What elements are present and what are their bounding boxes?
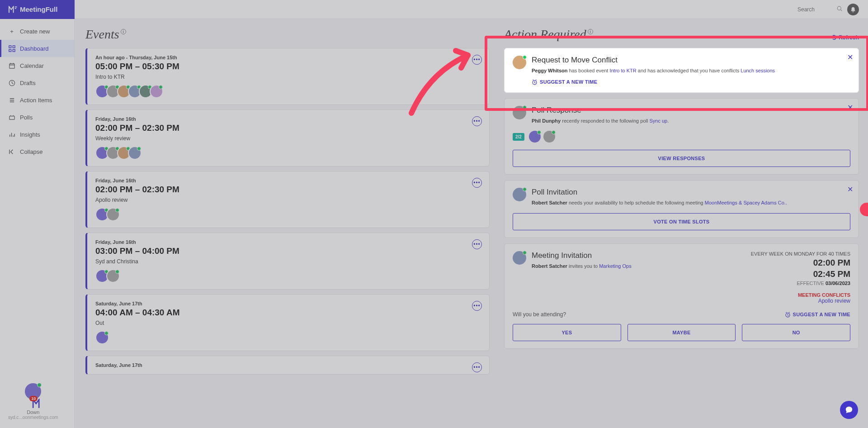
logo[interactable]: MeetingFull (0, 0, 75, 19)
suggest-time-button[interactable]: SUGGEST A NEW TIME (532, 79, 850, 85)
action-card-conflict: ✕ Request to Move Conflict Peggy Whitson… (504, 48, 859, 93)
info-icon[interactable]: i (121, 29, 126, 34)
suggest-label: SUGGEST A NEW TIME (793, 312, 850, 317)
sidebar: + Create new Dashboard Calendar Drafts A… (0, 19, 75, 428)
avatar (528, 130, 542, 143)
event-card[interactable]: ••• Friday, June 16th 02:00 PM – 02:30 P… (85, 171, 490, 228)
action-card-poll-response: ✕ Poll Response Phil Dunphy recently res… (504, 98, 859, 175)
header-right (794, 4, 859, 15)
event-card[interactable]: ••• Friday, June 16th 02:00 PM – 02:30 P… (85, 109, 490, 166)
card-description: Robert Satcher needs your availability t… (532, 199, 850, 207)
close-icon[interactable]: ✕ (847, 185, 853, 194)
app-header: MeetingFull (0, 0, 868, 19)
maybe-button[interactable]: MAYBE (627, 324, 736, 341)
sidebar-label: Dashboard (20, 45, 49, 52)
poll-link[interactable]: Sync up (649, 118, 667, 124)
event-card[interactable]: ••• Saturday, June 17th 04:00 AM – 04:30… (85, 294, 490, 351)
actions-column: Action Requiredi Refresh ✕ Request to Mo… (495, 19, 868, 428)
event-date: An hour ago - Thursday, June 15th (95, 55, 481, 60)
info-icon[interactable]: i (588, 29, 593, 34)
event-card[interactable]: ••• Friday, June 16th 03:00 PM – 04:00 P… (85, 233, 490, 290)
event-title: Syd and Christina (95, 258, 481, 265)
alarm-icon (785, 312, 791, 318)
collapse-icon (8, 148, 15, 155)
avatar (95, 331, 109, 344)
attendee-avatars (95, 208, 481, 221)
event-date: Friday, June 16th (95, 116, 481, 122)
vote-button[interactable]: VOTE ON TIME SLOTS (513, 213, 850, 230)
create-new-button[interactable]: + Create new (0, 23, 74, 40)
svg-rect-5 (9, 63, 14, 68)
sidebar-item-calendar[interactable]: Calendar (0, 57, 74, 74)
sidebar-label: Calendar (20, 62, 44, 69)
sidebar-label: Action Items (20, 97, 52, 104)
attending-prompt: Will you be attending? (513, 311, 566, 318)
user-email: syd.c...oonmeetings.com (8, 415, 58, 420)
event-time: 05:00 PM – 05:30 PM (95, 62, 481, 71)
polls-icon (8, 114, 15, 121)
sidebar-item-dashboard[interactable]: Dashboard (0, 40, 74, 57)
card-title: Meeting Invitation (532, 251, 632, 260)
event-card[interactable]: ••• An hour ago - Thursday, June 15th 05… (85, 48, 490, 105)
sidebar-item-drafts[interactable]: Drafts (0, 74, 74, 91)
event-card[interactable]: ••• Saturday, June 17th (85, 356, 490, 375)
event-link[interactable]: Intro to KTR (609, 68, 636, 73)
view-responses-button[interactable]: VIEW RESPONSES (513, 150, 850, 167)
sidebar-label: Collapse (20, 148, 43, 155)
card-title: Poll Invitation (532, 188, 850, 197)
avatar (513, 56, 526, 69)
attendee-avatars (95, 146, 481, 160)
event-date: Friday, June 16th (95, 178, 481, 183)
end-time: 02:45 PM (751, 269, 850, 280)
notifications-button[interactable] (847, 4, 859, 15)
attendee-avatars (95, 269, 481, 283)
sidebar-label: Insights (20, 131, 40, 138)
app-name: MeetingFull (20, 5, 57, 13)
alarm-icon (532, 79, 538, 85)
avatar (150, 85, 163, 98)
action-card-poll-invitation: ✕ Poll Invitation Robert Satcher needs y… (504, 180, 859, 238)
chat-button[interactable] (840, 401, 858, 419)
effective-date: EFFECTIVE 03/06/2023 (751, 281, 850, 286)
suggest-time-button[interactable]: SUGGEST A NEW TIME (785, 312, 850, 318)
chat-icon (845, 406, 853, 414)
sidebar-item-insights[interactable]: Insights (0, 126, 74, 143)
yes-button[interactable]: YES (513, 324, 621, 341)
event-more-button[interactable]: ••• (472, 362, 482, 372)
calendar-icon (8, 62, 15, 69)
svg-rect-3 (9, 49, 11, 52)
meeting-link[interactable]: MoonMeetings & Spacey Adams Co.. (705, 200, 787, 205)
no-button[interactable]: NO (742, 324, 850, 341)
avatar (106, 269, 120, 283)
conflict-event-link[interactable]: Apollo review (818, 298, 850, 304)
search-icon[interactable] (837, 6, 843, 13)
event-more-button[interactable]: ••• (472, 116, 482, 126)
event-more-button[interactable]: ••• (472, 55, 482, 65)
current-user-widget[interactable]: 10 Down syd.c...oonmeetings.com (8, 383, 58, 420)
logo-icon (8, 6, 17, 13)
sidebar-item-action-items[interactable]: Action Items (0, 91, 74, 109)
start-time: 02:00 PM (751, 257, 850, 268)
svg-rect-7 (9, 116, 14, 119)
card-description: Robert Satcher invites you to Marketing … (532, 262, 632, 270)
event-more-button[interactable]: ••• (472, 239, 482, 249)
event-title: Apollo review (95, 197, 481, 203)
card-title: Request to Move Conflict (532, 56, 850, 65)
sidebar-label: Drafts (20, 80, 36, 86)
event-more-button[interactable]: ••• (472, 301, 482, 311)
create-label: Create new (20, 28, 50, 35)
sidebar-item-polls[interactable]: Polls (0, 109, 74, 126)
refresh-button[interactable]: Refresh (831, 34, 859, 41)
plus-icon: + (8, 28, 15, 35)
search-input[interactable] (794, 4, 832, 15)
recurrence-label: EVERY WEEK ON MONDAY FOR 40 TIMES (751, 251, 850, 257)
conflict-link[interactable]: Lunch sessions (741, 68, 775, 73)
event-more-button[interactable]: ••• (472, 178, 482, 188)
meeting-link[interactable]: Marketing Ops (599, 263, 632, 269)
response-badge: 2/2 (513, 133, 524, 141)
close-icon[interactable]: ✕ (847, 103, 853, 112)
close-icon[interactable]: ✕ (847, 53, 853, 62)
suggest-label: SUGGEST A NEW TIME (540, 79, 597, 85)
sidebar-item-collapse[interactable]: Collapse (0, 143, 74, 160)
event-title: Weekly review (95, 135, 481, 142)
